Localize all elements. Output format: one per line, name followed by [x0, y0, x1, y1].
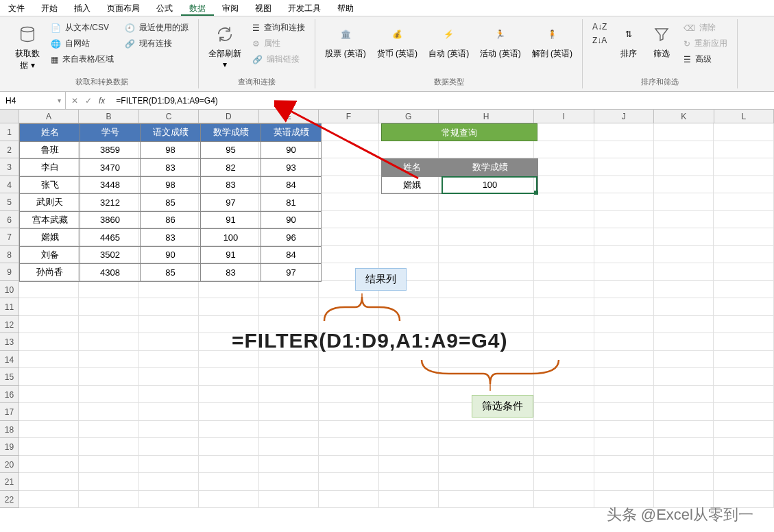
col-header[interactable]: C — [139, 110, 199, 123]
query-header: 数学成绩 — [442, 159, 538, 177]
col-header[interactable]: L — [714, 110, 774, 123]
menu-view[interactable]: 视图 — [247, 0, 280, 16]
cells-area[interactable]: 姓名 学号 语文成绩 数学成绩 英语成绩 鲁班3859989590 李白3470… — [19, 123, 774, 508]
sort-az-button[interactable]: A↓Z — [590, 21, 609, 33]
menu-layout[interactable]: 页面布局 — [99, 0, 148, 16]
row-header[interactable]: 21 — [0, 473, 19, 491]
menu-insert[interactable]: 插入 — [66, 0, 99, 16]
col-header[interactable]: K — [654, 110, 714, 123]
col-header[interactable]: G — [379, 110, 439, 123]
row-header[interactable]: 7 — [0, 228, 19, 246]
currency-button[interactable]: 💰货币 (英语) — [374, 21, 420, 74]
query-table[interactable]: 姓名 数学成绩 嫦娥 100 — [381, 158, 538, 194]
svg-point-0 — [21, 27, 34, 32]
col-header[interactable]: J — [594, 110, 654, 123]
fx-icon[interactable]: fx — [96, 96, 108, 106]
accept-icon[interactable]: ✓ — [82, 96, 95, 106]
web-icon: 🌐 — [51, 39, 61, 49]
menu-devtools[interactable]: 开发工具 — [280, 0, 329, 16]
from-web-button[interactable]: 🌐自网站 — [48, 36, 117, 51]
menu-file[interactable]: 文件 — [0, 0, 33, 16]
name-box[interactable]: H4 — [0, 92, 66, 109]
row-header[interactable]: 4 — [0, 176, 19, 194]
auto-button[interactable]: ⚡自动 (英语) — [426, 21, 472, 74]
get-data-button[interactable]: 获取数 据 ▾ — [12, 21, 43, 74]
data-table[interactable]: 姓名 学号 语文成绩 数学成绩 英语成绩 鲁班3859989590 李白3470… — [19, 123, 322, 282]
list-icon: ☰ — [252, 23, 260, 33]
existing-conn-button[interactable]: 🔗现有连接 — [122, 36, 191, 51]
row-header[interactable]: 5 — [0, 193, 19, 211]
select-all-corner[interactable] — [0, 110, 19, 123]
row-header[interactable]: 22 — [0, 491, 19, 509]
table-header: 姓名 — [20, 124, 80, 142]
row-header[interactable]: 14 — [0, 351, 19, 369]
clear-icon: ⌫ — [684, 23, 695, 33]
table-row: 嫦娥44658310096 — [20, 229, 322, 247]
cancel-icon[interactable]: ✕ — [69, 96, 81, 106]
formula-input[interactable]: =FILTER(D1:D9,A1:A9=G4) — [110, 92, 774, 109]
body-icon: 🧍 — [541, 23, 563, 45]
row-header[interactable]: 15 — [0, 368, 19, 386]
advanced-button[interactable]: ☰高级 — [681, 52, 730, 66]
clear-button[interactable]: ⌫清除 — [681, 21, 730, 35]
row-header[interactable]: 18 — [0, 421, 19, 439]
menu-bar: 文件 开始 插入 页面布局 公式 数据 审阅 视图 开发工具 帮助 — [0, 0, 774, 16]
activity-button[interactable]: 🏃活动 (英语) — [477, 21, 523, 74]
row-header[interactable]: 17 — [0, 403, 19, 421]
table-row: 李白3470838293 — [20, 159, 322, 177]
col-header[interactable]: D — [199, 110, 258, 123]
row-header[interactable]: 20 — [0, 456, 19, 474]
col-header[interactable]: A — [19, 110, 79, 123]
sort-az-icon: A↓Z — [592, 22, 607, 32]
from-table-button[interactable]: ▦来自表格/区域 — [48, 52, 117, 66]
stocks-button[interactable]: 🏛️股票 (英语) — [322, 21, 368, 74]
connection-icon: 🔗 — [125, 39, 135, 49]
col-header[interactable]: B — [79, 110, 138, 123]
sort-button[interactable]: ⇅排序 — [615, 21, 642, 74]
menu-data[interactable]: 数据 — [181, 0, 214, 16]
bank-icon: 🏛️ — [335, 23, 356, 45]
row-header[interactable]: 11 — [0, 298, 19, 316]
table-header: 数学成绩 — [201, 124, 261, 142]
annotation-formula: =FILTER(D1:D9,A1:A9=G4) — [232, 329, 508, 352]
menu-help[interactable]: 帮助 — [329, 0, 362, 16]
anatomy-button[interactable]: 🧍解剖 (英语) — [529, 21, 575, 74]
col-header[interactable]: H — [439, 110, 534, 123]
recent-sources-button[interactable]: 🕘最近使用的源 — [122, 21, 191, 35]
query-row: 嫦娥 100 — [382, 176, 538, 194]
row-header[interactable]: 3 — [0, 158, 19, 176]
formula-bar: H4 ✕ ✓ fx =FILTER(D1:D9,A1:A9=G4) — [0, 92, 774, 110]
row-header[interactable]: 6 — [0, 211, 19, 229]
spreadsheet-grid: A B C D E F G H I J K L 1 2 3 4 5 6 7 8 … — [0, 110, 774, 508]
menu-home[interactable]: 开始 — [33, 0, 66, 16]
row-header[interactable]: 16 — [0, 386, 19, 404]
col-header[interactable]: F — [319, 110, 378, 123]
row-header[interactable]: 9 — [0, 263, 19, 281]
refresh-all-button[interactable]: 全部刷新 ▾ — [206, 21, 244, 74]
recent-icon: 🕘 — [125, 23, 135, 33]
query-title[interactable]: 常规查询 — [381, 123, 537, 141]
sort-za-button[interactable]: Z↓A — [590, 34, 609, 47]
menu-review[interactable]: 审阅 — [214, 0, 247, 16]
row-header[interactable]: 1 — [0, 123, 19, 141]
menu-formula[interactable]: 公式 — [148, 0, 181, 16]
edit-links-button[interactable]: 🔗编辑链接 — [250, 52, 308, 66]
row-header[interactable]: 19 — [0, 438, 19, 456]
row-header[interactable]: 12 — [0, 316, 19, 334]
row-header[interactable]: 10 — [0, 281, 19, 299]
table-header: 学号 — [80, 124, 141, 142]
row-header[interactable]: 8 — [0, 246, 19, 264]
row-header[interactable]: 13 — [0, 333, 19, 351]
filter-button[interactable]: 筛选 — [648, 21, 675, 74]
col-header[interactable]: E — [259, 110, 319, 123]
properties-button[interactable]: ⚙属性 — [250, 36, 308, 51]
group-label: 数据类型 — [322, 74, 575, 87]
reapply-button[interactable]: ↻重新应用 — [681, 36, 730, 51]
run-icon: 🏃 — [489, 23, 511, 45]
annotation-result-col: 结果列 — [355, 268, 407, 291]
from-csv-button[interactable]: 📄从文本/CSV — [48, 21, 117, 35]
col-header[interactable]: I — [534, 110, 594, 123]
queries-button[interactable]: ☰查询和连接 — [250, 21, 308, 35]
advanced-icon: ☰ — [684, 55, 691, 64]
row-header[interactable]: 2 — [0, 141, 19, 159]
